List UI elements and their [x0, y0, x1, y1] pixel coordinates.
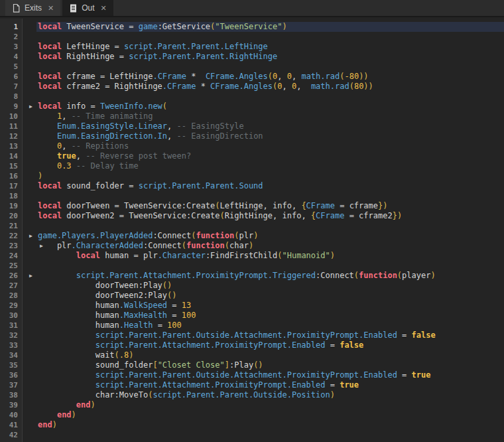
code-text[interactable]: doorTween2:Play() [36, 291, 504, 301]
code-line: 19local doorTween = TweenService:Create(… [0, 201, 504, 211]
code-editor[interactable]: 1local TweenService = game:GetService("T… [0, 19, 504, 442]
code-text[interactable]: human.Health = 100 [36, 321, 504, 331]
close-icon[interactable]: ✕ [101, 4, 107, 13]
close-icon[interactable]: ✕ [48, 4, 54, 13]
fold-arrow-icon[interactable]: ▶ [29, 231, 32, 241]
code-text[interactable]: script.Parent.Attachment.ProximityPrompt… [36, 271, 504, 281]
line-number: 21 [0, 221, 23, 231]
fold-arrow-icon[interactable]: ▶ [29, 271, 32, 281]
code-text[interactable]: end) [36, 410, 504, 420]
code-line: 26▶ script.Parent.Attachment.ProximityPr… [0, 271, 504, 281]
line-number: 31 [0, 321, 23, 331]
line-number: 41 [0, 420, 23, 430]
script-icon [69, 3, 78, 13]
code-text[interactable]: end) [36, 400, 504, 410]
code-line: 6local cframe = LeftHinge.CFrame * CFram… [0, 72, 504, 82]
script-editor-window: Exits ✕ Out ✕ 1local TweenService = game… [0, 0, 504, 442]
line-number: 30 [0, 311, 23, 321]
fold-arrow-icon[interactable]: ▶ [29, 102, 32, 111]
code-line: 37 script.Parent.Attachment.ProximityPro… [0, 380, 504, 390]
code-text[interactable] [36, 191, 504, 201]
code-line: 33 script.Parent.Attachment.ProximityPro… [0, 340, 504, 350]
code-text[interactable]: sound_folder["Closet Close"]:Play() [36, 360, 504, 370]
code-text[interactable]: local cframe = LeftHinge.CFrame * CFrame… [36, 72, 504, 82]
line-number: 15 [0, 161, 23, 171]
code-line: 25 [0, 261, 504, 271]
code-text[interactable]: game.Players.PlayerAdded:Connect(functio… [36, 231, 504, 241]
line-number: 8 [0, 92, 23, 102]
line-number: 5 [0, 62, 23, 72]
code-text[interactable]: local LeftHinge = script.Parent.Parent.L… [36, 42, 504, 52]
tab-out[interactable]: Out ✕ [62, 0, 113, 16]
code-text[interactable]: local human = plr.Character:FindFirstChi… [36, 251, 504, 261]
code-text[interactable]: local sound_folder = script.Parent.Paren… [36, 181, 504, 191]
code-text[interactable]: wait(.8) [36, 350, 504, 360]
code-text[interactable]: script.Parent.Parent.Outside.Attachment.… [36, 331, 504, 340]
line-number: 42 [0, 430, 23, 440]
line-number: 12 [0, 131, 23, 141]
code-line: 35 sound_folder["Closet Close"]:Play() [0, 360, 504, 370]
code-text[interactable]: local TweenService = game:GetService("Tw… [36, 22, 504, 32]
line-number: 38 [0, 390, 23, 400]
line-number: 36 [0, 370, 23, 380]
code-text[interactable]: local doorTween2 = TweenService:Create(R… [36, 211, 504, 221]
code-text[interactable]: 0, -- Repitions [36, 141, 504, 151]
code-text[interactable]: ) [36, 171, 504, 181]
code-text[interactable] [36, 261, 504, 271]
line-number: 20 [0, 211, 23, 221]
line-number: 26 [0, 271, 23, 281]
code-text[interactable] [36, 92, 504, 102]
code-text[interactable]: end) [36, 420, 504, 430]
code-line: 22▶game.Players.PlayerAdded:Connect(func… [0, 231, 504, 241]
code-line: 28 doorTween2:Play() [0, 291, 504, 301]
code-line: 18 [0, 191, 504, 201]
code-line: 29 human.WalkSpeed = 13 [0, 301, 504, 311]
line-number: 28 [0, 291, 23, 301]
line-number: 37 [0, 380, 23, 390]
code-text[interactable]: char:MoveTo(script.Parent.Parent.Outside… [36, 390, 504, 400]
code-text[interactable]: 0.3 -- Delay time [36, 161, 504, 171]
code-text[interactable]: local cframe2 = RightHinge.CFrame * CFra… [36, 82, 504, 92]
code-text[interactable]: script.Parent.Attachment.ProximityPrompt… [36, 340, 504, 350]
code-text[interactable]: 1, -- Time animating [36, 111, 504, 121]
code-text[interactable]: plr.CharacterAdded:Connect(function(char… [36, 241, 504, 251]
code-text[interactable]: script.Parent.Attachment.ProximityPrompt… [36, 380, 504, 390]
line-number: 1 [0, 22, 23, 32]
code-text[interactable]: Enum.EasingStyle.Linear, -- EasingStyle [36, 121, 504, 131]
line-number: 6 [0, 72, 23, 82]
tab-bar: Exits ✕ Out ✕ [0, 0, 504, 17]
code-line: 12 Enum.EasingDirection.In, -- EasingDir… [0, 131, 504, 141]
code-text[interactable]: local info = TweenInfo.new( [36, 102, 504, 111]
line-number: 25 [0, 261, 23, 271]
code-text[interactable]: local doorTween = TweenService:Create(Le… [36, 201, 504, 211]
code-text[interactable] [36, 430, 504, 440]
code-text[interactable] [36, 62, 504, 72]
document-icon [12, 3, 21, 13]
line-number: 17 [0, 181, 23, 191]
line-number: 18 [0, 191, 23, 201]
code-line: 16) [0, 171, 504, 181]
line-number: 40 [0, 410, 23, 420]
code-line: 21 [0, 221, 504, 231]
line-number: 19 [0, 201, 23, 211]
code-text[interactable]: true, -- Reverse post tween? [36, 151, 504, 161]
code-line: 36 script.Parent.Parent.Outside.Attachme… [0, 370, 504, 380]
line-number: 27 [0, 281, 23, 291]
tab-exits[interactable]: Exits ✕ [5, 0, 60, 16]
code-line: 5 [0, 62, 504, 72]
code-line: 41end) [0, 420, 504, 430]
code-line: 23▶ plr.CharacterAdded:Connect(function(… [0, 241, 504, 251]
line-number: 11 [0, 121, 23, 131]
code-text[interactable]: script.Parent.Parent.Outside.Attachment.… [36, 370, 504, 380]
code-text[interactable]: Enum.EasingDirection.In, -- EasingDirect… [36, 131, 504, 141]
fold-arrow-icon[interactable]: ▶ [40, 241, 43, 251]
code-text[interactable]: local RightHinge = script.Parent.Parent.… [36, 52, 504, 62]
code-text[interactable] [36, 221, 504, 231]
code-line: 30 human.MaxHealth = 100 [0, 311, 504, 321]
line-number: 7 [0, 82, 23, 92]
code-text[interactable]: human.WalkSpeed = 13 [36, 301, 504, 311]
code-text[interactable]: doorTween:Play() [36, 281, 504, 291]
code-text[interactable] [36, 32, 504, 42]
code-text[interactable]: human.MaxHealth = 100 [36, 311, 504, 321]
line-number: 24 [0, 251, 23, 261]
